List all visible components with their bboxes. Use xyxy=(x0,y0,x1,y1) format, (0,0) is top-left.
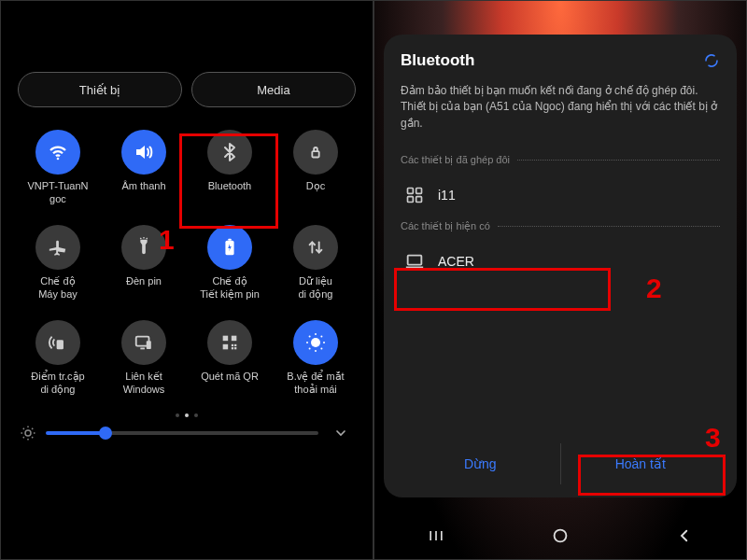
svg-point-15 xyxy=(25,430,31,436)
svg-rect-12 xyxy=(232,347,233,349)
airplane-icon xyxy=(35,225,80,270)
brightness-icon xyxy=(20,425,36,441)
home-button[interactable] xyxy=(549,525,571,547)
battery-saver-icon xyxy=(207,225,252,270)
tile-battery-saver[interactable]: Chế độ Tiết kiệm pin xyxy=(190,219,270,307)
svg-rect-3 xyxy=(228,239,232,241)
paired-section-label: Các thiết bị đã ghép đôi xyxy=(401,154,720,166)
tile-label: Dữ liệu di động xyxy=(299,275,333,301)
available-section-text: Các thiết bị hiện có xyxy=(401,220,490,232)
rotation-lock-icon xyxy=(293,130,338,175)
expand-icon[interactable] xyxy=(328,426,354,441)
tab-media[interactable]: Media xyxy=(191,72,356,107)
tile-qr-scan[interactable]: Quét mã QR xyxy=(190,315,270,402)
annotation-number-2: 2 xyxy=(646,273,662,304)
tile-label: B.vệ để mắt thoải mái xyxy=(287,371,344,397)
tile-sound[interactable]: Âm thanh xyxy=(104,124,184,212)
sheet-title: Bluetooth xyxy=(401,51,474,70)
svg-rect-19 xyxy=(416,197,422,203)
tile-eye-comfort[interactable]: B.vệ để mắt thoải mái xyxy=(275,315,356,402)
tile-label: Âm thanh xyxy=(121,180,165,206)
svg-rect-6 xyxy=(147,341,151,349)
svg-rect-20 xyxy=(408,256,422,265)
link-windows-icon xyxy=(121,320,166,365)
tile-label: Điểm tr.cập di động xyxy=(31,371,84,397)
tile-link-windows[interactable]: Liên kết Windows xyxy=(104,315,184,402)
back-button[interactable] xyxy=(673,525,696,547)
svg-rect-9 xyxy=(223,344,229,350)
svg-rect-7 xyxy=(223,336,229,342)
svg-point-14 xyxy=(311,338,320,347)
tile-rotation[interactable]: Dọc xyxy=(275,124,356,212)
tile-label: Chế độ Máy bay xyxy=(38,275,78,301)
paired-device-row[interactable]: i11 xyxy=(401,175,720,215)
svg-rect-8 xyxy=(232,336,237,342)
tile-label: Đèn pin xyxy=(126,275,162,301)
annotation-number-1: 1 xyxy=(159,224,175,256)
tile-label: Quét mã QR xyxy=(201,371,259,397)
svg-rect-17 xyxy=(416,189,422,194)
page-indicator xyxy=(176,413,198,417)
sheet-description: Đảm bảo thiết bị bạn muốn kết nối đang ở… xyxy=(401,83,720,132)
available-section-label: Các thiết bị hiện có xyxy=(401,220,720,232)
svg-rect-1 xyxy=(312,151,318,157)
eye-comfort-icon xyxy=(293,320,338,365)
annotation-number-3: 3 xyxy=(705,422,721,454)
tile-hotspot[interactable]: Điểm tr.cập di động xyxy=(18,315,98,402)
quick-settings-panel: Thiết bị Media VNPT-TuanN goc Âm thanh B… xyxy=(0,0,374,560)
brightness-slider[interactable] xyxy=(46,431,318,435)
svg-point-0 xyxy=(57,158,60,161)
svg-rect-4 xyxy=(57,340,63,349)
bluetooth-sheet: Bluetooth Đảm bảo thiết bị bạn muốn kết … xyxy=(384,35,737,497)
paired-section-text: Các thiết bị đã ghép đôi xyxy=(401,154,510,166)
annotation-box-3 xyxy=(578,455,726,496)
svg-rect-11 xyxy=(234,347,236,349)
tile-airplane[interactable]: Chế độ Máy bay xyxy=(18,219,98,307)
tile-label: VNPT-TuanN goc xyxy=(27,180,88,206)
svg-rect-16 xyxy=(408,189,414,194)
svg-point-21 xyxy=(555,530,567,542)
tile-label: Dọc xyxy=(306,180,325,206)
tile-label: Chế độ Tiết kiệm pin xyxy=(200,275,260,301)
device-name: i11 xyxy=(438,188,456,203)
scanning-spinner-icon xyxy=(703,52,720,69)
svg-rect-10 xyxy=(232,344,233,346)
annotation-box-2 xyxy=(394,268,611,311)
android-navbar xyxy=(374,512,746,559)
tile-wifi[interactable]: VNPT-TuanN goc xyxy=(18,124,98,212)
recents-button[interactable] xyxy=(425,525,447,547)
annotation-box-1 xyxy=(179,133,278,229)
device-name: ACER xyxy=(438,254,474,269)
slider-thumb[interactable] xyxy=(99,427,112,440)
qr-icon xyxy=(207,320,252,365)
tile-mobile-data[interactable]: Dữ liệu di động xyxy=(275,219,356,307)
svg-rect-13 xyxy=(234,344,236,346)
hotspot-icon xyxy=(35,320,80,365)
qs-tabs: Thiết bị Media xyxy=(18,72,356,107)
qr-grid-icon xyxy=(404,185,425,205)
tab-devices[interactable]: Thiết bị xyxy=(18,72,182,107)
brightness-row xyxy=(18,425,356,445)
sound-icon xyxy=(121,130,166,175)
mobile-data-icon xyxy=(293,225,338,270)
stop-button[interactable]: Dừng xyxy=(401,443,560,484)
svg-rect-18 xyxy=(408,197,414,203)
tile-label: Liên kết Windows xyxy=(123,371,165,397)
wifi-icon xyxy=(35,130,80,175)
